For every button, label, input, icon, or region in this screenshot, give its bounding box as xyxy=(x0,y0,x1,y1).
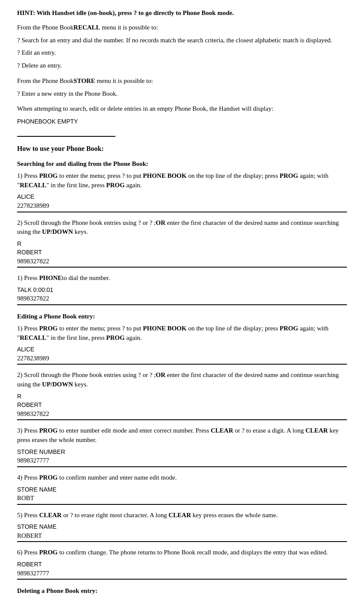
hint-text: HINT: With Handset idle (on-hook), press… xyxy=(17,9,347,18)
edit-clear-key-2: CLEAR xyxy=(305,427,328,434)
recall-item-2: ? Edit an entry. xyxy=(17,48,347,58)
search-display-3: TALK 0:00:01 9898327822 xyxy=(17,286,347,305)
recall-item-3: ? Delete an entry. xyxy=(17,61,347,71)
edit-clear-key-1: CLEAR xyxy=(211,427,233,434)
phone-book-key-1: PHONE BOOK xyxy=(143,172,187,179)
delete-section-title: Deleting a Phone Book entry: xyxy=(17,586,347,595)
prog-key-1: PROG xyxy=(39,172,58,179)
edit-phonebook-key: PHONE BOOK xyxy=(143,325,187,332)
how-to-title: How to use your Phone Book: xyxy=(17,144,347,153)
edit-display-6: ROBERT 9898327777 xyxy=(17,560,347,580)
edit-prog-key-5: PROG xyxy=(39,474,58,481)
edit-section-title: Editing a Phone Book entry: xyxy=(17,312,347,321)
edit-step5: 5) Press CLEAR or ? to erase right most … xyxy=(17,511,347,520)
edit-step2: 2) Scroll through the Phone book entries… xyxy=(17,371,347,389)
search-step2: 2) Scroll through the Phone book entries… xyxy=(17,218,347,237)
prog-key-2: PROG xyxy=(280,172,298,179)
edit-clear-key-4: CLEAR xyxy=(169,512,191,518)
search-step1: 1) Press PROG to enter the menu; press ?… xyxy=(17,171,347,190)
edit-display-2: R ROBERT 9898327822 xyxy=(17,392,347,420)
edit-updown-key: UP/DOWN xyxy=(42,381,73,388)
empty-phonebook-note: When attempting to search, edit or delet… xyxy=(17,104,347,114)
recall-menu-name: RECALL xyxy=(73,24,100,31)
or-key-1: OR xyxy=(156,219,166,226)
store-item-1: ? Enter a new entry in the Phone Book. xyxy=(17,89,347,99)
edit-display-1: ALICE 2278238989 xyxy=(17,345,347,365)
edit-prog-key-3: PROG xyxy=(106,334,125,341)
edit-recall-key: RECALL xyxy=(20,334,47,341)
phone-key-1: PHONE xyxy=(39,274,62,281)
edit-display-3: STORE NUMBER 9898327777 xyxy=(17,448,347,467)
recall-intro: From the Phone BookRECALL menu it is pos… xyxy=(17,23,347,32)
edit-step1: 1) Press PROG to enter the menu; press ?… xyxy=(17,324,347,343)
edit-prog-key-6: PROG xyxy=(39,549,58,556)
search-display-2: R ROBERT 9898327822 xyxy=(17,239,347,268)
edit-display-5: STORE NAME ROBERT xyxy=(17,522,347,542)
edit-step4: 4) Press PROG to confirm number and ente… xyxy=(17,473,347,483)
edit-prog-key-4: PROG xyxy=(39,427,58,434)
search-section-title: Searching for and dialing from the Phone… xyxy=(17,159,347,169)
edit-or-key: OR xyxy=(156,371,166,378)
edit-display-4: STORE NAME ROBT xyxy=(17,485,347,505)
edit-prog-key-2: PROG xyxy=(280,325,298,332)
store-menu-name: STORE xyxy=(73,77,95,84)
search-display-1: ALICE 2278238989 xyxy=(17,192,347,212)
edit-step6: 6) Press PROG to confirm change. The pho… xyxy=(17,548,347,557)
edit-clear-key-3: CLEAR xyxy=(39,512,62,518)
phonebook-empty-display: PHONEBOOK EMPTY xyxy=(17,117,347,137)
updown-key-1: UP/DOWN xyxy=(42,228,73,235)
recall-item-1: ? Search for an entry and dial the numbe… xyxy=(17,36,347,45)
prog-key-3: PROG xyxy=(106,182,125,189)
edit-step3: 3) Press PROG to enter number edit mode … xyxy=(17,426,347,445)
search-step3: 1) Press PHONEto dial the number. xyxy=(17,274,347,283)
store-intro: From the Phone BookSTORE menu it is poss… xyxy=(17,77,347,86)
recall-key-1: RECALL xyxy=(20,182,47,189)
edit-prog-key-1: PROG xyxy=(39,325,58,332)
